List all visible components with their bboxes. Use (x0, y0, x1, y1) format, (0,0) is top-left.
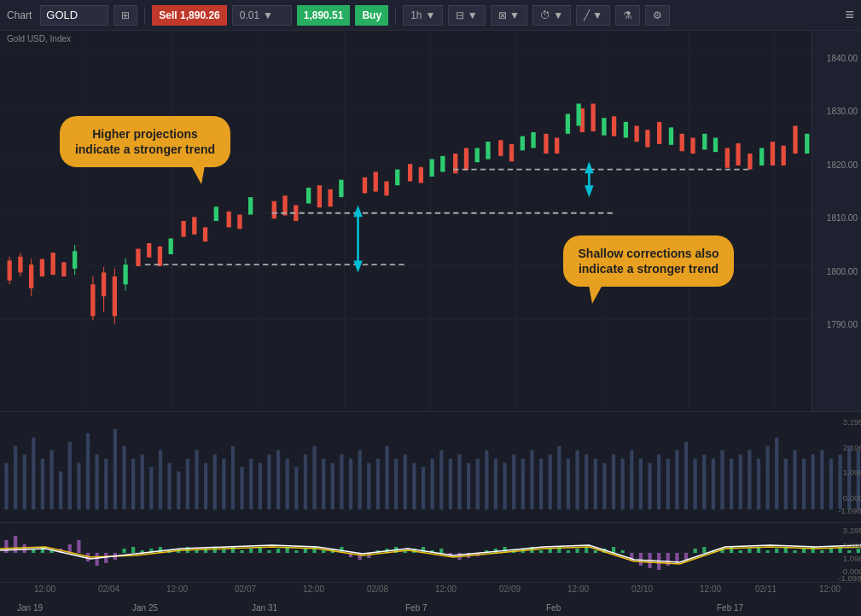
svg-rect-93 (702, 134, 707, 150)
indicators-button[interactable]: ⊞ (113, 5, 137, 26)
svg-rect-82 (429, 160, 433, 177)
svg-rect-77 (214, 206, 218, 221)
svg-rect-291 (748, 549, 751, 553)
svg-rect-36 (227, 212, 231, 228)
svg-rect-130 (204, 463, 207, 510)
main-area: Gold USD, Index 1840.00 1830.00 1820.00 … (0, 31, 861, 616)
svg-rect-178 (639, 459, 643, 510)
svg-rect-142 (312, 446, 316, 509)
svg-rect-144 (331, 463, 335, 510)
svg-rect-196 (802, 459, 806, 510)
svg-rect-179 (648, 463, 651, 510)
svg-rect-293 (765, 550, 769, 553)
timeframe-dropdown-icon: ▼ (425, 9, 435, 21)
svg-rect-222 (122, 549, 125, 553)
svg-rect-190 (748, 450, 751, 509)
svg-rect-148 (367, 463, 370, 510)
svg-rect-42 (328, 189, 332, 206)
svg-rect-111 (32, 438, 35, 509)
svg-rect-198 (820, 450, 823, 509)
svg-rect-81 (395, 170, 399, 186)
svg-rect-160 (476, 459, 480, 510)
svg-rect-57 (634, 126, 638, 142)
svg-rect-37 (237, 215, 241, 230)
symbol-input[interactable] (40, 5, 108, 26)
svg-rect-181 (666, 459, 670, 510)
time-label-1200-1: 12:00 (34, 584, 55, 594)
chart-label: Chart (7, 9, 32, 21)
svg-rect-238 (267, 550, 271, 553)
svg-rect-166 (530, 450, 533, 509)
svg-rect-84 (475, 148, 480, 163)
svg-rect-46 (408, 164, 412, 181)
svg-rect-257 (439, 549, 443, 553)
time-label-0211: 02/11 (755, 584, 777, 594)
svg-text:0.0000: 0.0000 (843, 494, 861, 503)
settings-button[interactable]: ⚙ (645, 5, 670, 26)
svg-rect-154 (422, 468, 425, 510)
svg-rect-58 (645, 130, 649, 147)
svg-rect-279 (639, 553, 643, 566)
svg-rect-32 (158, 247, 162, 266)
svg-rect-152 (404, 455, 407, 510)
svg-rect-296 (793, 550, 796, 553)
svg-rect-112 (41, 459, 44, 510)
svg-marker-103 (353, 260, 363, 272)
svg-rect-220 (104, 553, 108, 563)
buy-price-display: 1,890.51 (297, 5, 351, 26)
svg-rect-79 (306, 188, 311, 204)
flask-button[interactable]: ⚗ (615, 5, 640, 26)
svg-rect-85 (486, 142, 490, 159)
svg-rect-44 (374, 171, 378, 191)
svg-rect-290 (739, 550, 742, 553)
lot-size-input[interactable]: 0.01 ▼ (232, 5, 292, 26)
svg-rect-121 (122, 446, 125, 509)
svg-rect-140 (294, 468, 298, 510)
svg-rect-191 (757, 459, 760, 510)
svg-rect-217 (77, 540, 80, 553)
svg-rect-89 (576, 103, 580, 125)
svg-rect-134 (240, 468, 243, 510)
svg-rect-180 (657, 455, 660, 510)
date-feb: Feb (546, 603, 561, 613)
svg-rect-128 (186, 459, 189, 510)
time-label-1200-6: 12:00 (700, 584, 721, 594)
buy-button[interactable]: Buy (355, 5, 388, 26)
svg-rect-138 (276, 450, 280, 509)
svg-rect-115 (68, 442, 72, 509)
svg-rect-284 (684, 553, 688, 560)
svg-rect-151 (394, 459, 398, 510)
svg-rect-52 (544, 134, 548, 154)
menu-dots[interactable]: ≡ (845, 6, 854, 24)
svg-text:1.0983: 1.0983 (843, 469, 861, 478)
chart-type-button[interactable]: ⊟ ▼ (448, 5, 485, 26)
lot-dropdown-icon: ▼ (263, 9, 273, 21)
svg-rect-177 (630, 450, 633, 509)
svg-rect-149 (376, 459, 380, 510)
svg-rect-302 (847, 550, 851, 553)
svg-rect-163 (503, 463, 506, 510)
svg-rect-211 (23, 544, 26, 553)
svg-rect-187 (720, 450, 724, 509)
svg-rect-195 (793, 450, 796, 509)
svg-rect-173 (594, 459, 597, 510)
svg-rect-133 (231, 446, 235, 509)
svg-rect-141 (304, 455, 307, 510)
svg-rect-137 (267, 455, 271, 510)
overlay-button[interactable]: ⊠ ▼ (491, 5, 527, 26)
svg-rect-22 (50, 253, 55, 275)
svg-rect-120 (113, 429, 117, 509)
svg-rect-131 (213, 455, 217, 510)
svg-rect-145 (340, 455, 343, 510)
svg-rect-49 (464, 148, 468, 171)
sell-button[interactable]: Sell 1,890.26 (152, 5, 226, 26)
svg-rect-76 (169, 238, 173, 254)
svg-rect-184 (694, 459, 697, 510)
clock-button[interactable]: ⏱ ▼ (532, 5, 571, 26)
timeframe-selector[interactable]: 1h ▼ (403, 5, 443, 26)
svg-rect-143 (322, 459, 325, 510)
svg-rect-192 (765, 446, 769, 509)
svg-rect-45 (384, 182, 388, 196)
line-tool-button[interactable]: ╱ ▼ (576, 5, 610, 26)
svg-text:1.0983: 1.0983 (843, 555, 861, 563)
